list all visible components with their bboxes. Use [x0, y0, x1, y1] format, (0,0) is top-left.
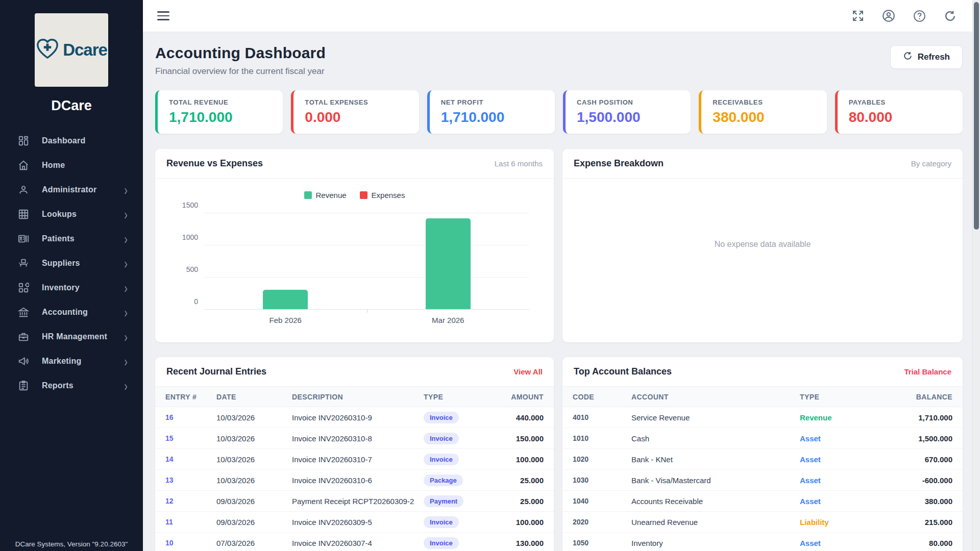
type-badge: Invoice	[424, 537, 459, 549]
kpi-value: 380.000	[713, 109, 815, 126]
sidebar-item-dashboard[interactable]: Dashboard	[0, 129, 143, 153]
sidebar-item-patients[interactable]: Patients ›	[0, 227, 143, 251]
sidebar-item-accounting[interactable]: Accounting ›	[0, 300, 143, 324]
panel-side-label: Last 6 months	[495, 159, 543, 168]
trial-balance-link[interactable]: Trial Balance	[904, 367, 951, 376]
type-badge: Package	[424, 474, 463, 486]
revenue-vs-expenses-panel: Revenue vs Expenses Last 6 months Revenu…	[155, 149, 554, 342]
table-row: 11 09/03/2026 Invoice INV20260309-5 Invo…	[155, 512, 554, 533]
sidebar-item-suppliers[interactable]: Suppliers ›	[0, 251, 143, 276]
inventory-icon	[17, 282, 30, 294]
kpi-total-revenue: TOTAL REVENUE 1,710.000	[155, 90, 283, 134]
app-version: DCare Systems, Version "9.20.2603"	[0, 540, 143, 548]
legend-label: Expenses	[372, 191, 405, 199]
sidebar-item-marketing[interactable]: Marketing ›	[0, 349, 143, 373]
help-icon[interactable]	[913, 9, 926, 22]
sidebar-item-reports[interactable]: Reports ›	[0, 373, 143, 398]
type-badge: Invoice	[424, 433, 459, 444]
table-row: 13 10/03/2026 Invoice INV20260310-6 Pack…	[155, 470, 554, 491]
entry-number-link[interactable]: 16	[165, 413, 216, 421]
entry-number-link[interactable]: 10	[165, 539, 216, 547]
bar-chart: 1500 1000 500 0	[204, 213, 529, 310]
chevron-right-icon: ›	[124, 183, 128, 197]
kpi-value: 1,710.000	[169, 109, 272, 126]
entry-number-link[interactable]: 13	[165, 476, 216, 484]
account-type: Asset	[800, 476, 894, 485]
sidebar-item-label: Inventory	[42, 283, 124, 292]
entry-number-link[interactable]: 14	[165, 455, 216, 463]
sidebar-item-label: Accounting	[42, 308, 124, 317]
refresh-icon[interactable]	[943, 9, 957, 22]
kpi-net-profit: NET PROFIT 1,710.000	[427, 90, 555, 134]
journal-table-header: ENTRY #DATEDESCRIPTIONTYPEAMOUNT	[155, 387, 554, 407]
type-badge: Invoice	[424, 516, 459, 528]
type-badge: Payment	[424, 495, 463, 507]
sidebar-item-label: Suppliers	[42, 259, 124, 268]
kpi-payables: PAYABLES 80.000	[835, 90, 963, 134]
refresh-button[interactable]: Refresh	[890, 45, 963, 69]
type-badge: Invoice	[424, 412, 459, 423]
account-type: Revenue	[800, 413, 894, 422]
revenue-legend-swatch	[304, 191, 312, 199]
administrator-icon	[17, 184, 30, 196]
sidebar-item-administrator[interactable]: Administrator ›	[0, 178, 143, 202]
page-title: Accounting Dashboard	[155, 44, 963, 62]
chart-legend: Revenue Expenses	[155, 191, 554, 199]
table-row: 1030 Bank - Visa/Mastercard Asset -600.0…	[562, 470, 963, 491]
recent-journal-entries-panel: Recent Journal Entries View All ENTRY #D…	[155, 357, 554, 551]
x-axis-tick: Feb 2026	[204, 316, 367, 324]
kpi-row: TOTAL REVENUE 1,710.000 TOTAL EXPENSES 0…	[155, 90, 963, 134]
menu-icon[interactable]	[157, 11, 169, 20]
y-axis-tick: 0	[173, 297, 198, 306]
top-account-balances-panel: Top Account Balances Trial Balance CODEA…	[562, 357, 963, 551]
heart-plus-logo-icon	[36, 38, 59, 62]
y-axis-tick: 1500	[173, 201, 198, 209]
sidebar-item-label: Home	[42, 161, 128, 170]
table-row: 15 10/03/2026 Invoice INV20260310-8 Invo…	[155, 428, 554, 449]
panel-title: Top Account Balances	[574, 366, 672, 377]
expenses-legend-swatch	[360, 191, 368, 199]
chevron-right-icon: ›	[124, 256, 128, 270]
entry-number-link[interactable]: 12	[165, 497, 216, 505]
sidebar-item-inventory[interactable]: Inventory ›	[0, 276, 143, 300]
sidebar: Dcare DCare Dashboard Home Administrator…	[0, 0, 143, 551]
kpi-label: NET PROFIT	[441, 98, 544, 106]
x-axis-tick: Mar 2026	[367, 316, 530, 324]
sidebar-item-label: Reports	[42, 381, 124, 390]
account-type: Asset	[800, 434, 894, 443]
home-icon	[17, 159, 30, 171]
sidebar-item-lookups[interactable]: Lookups ›	[0, 202, 143, 227]
panel-title: Recent Journal Entries	[166, 366, 266, 377]
brand-name: DCare	[0, 98, 143, 114]
sidebar-item-label: Dashboard	[42, 136, 128, 145]
accounting-icon	[17, 306, 30, 318]
entry-number-link[interactable]: 15	[165, 434, 216, 442]
account-type: Asset	[800, 539, 894, 547]
table-row: 16 10/03/2026 Invoice INV20260310-9 Invo…	[155, 407, 554, 428]
kpi-label: TOTAL EXPENSES	[305, 98, 407, 106]
sidebar-item-home[interactable]: Home	[0, 153, 143, 178]
table-row: 12 09/03/2026 Payment Receipt RCPT202603…	[155, 491, 554, 512]
type-badge: Invoice	[424, 454, 459, 465]
dashboard-icon	[17, 135, 30, 147]
view-all-link[interactable]: View All	[513, 367, 543, 376]
table-row: 10 07/03/2026 Invoice INV20260307-4 Invo…	[155, 533, 554, 551]
y-axis-tick: 500	[173, 265, 198, 273]
x-axis-labels: Feb 2026 Mar 2026	[204, 316, 529, 324]
sidebar-item-hr-management[interactable]: HR Management ›	[0, 324, 143, 349]
chevron-right-icon: ›	[124, 354, 128, 368]
page-subtitle: Financial overview for the current fisca…	[155, 66, 963, 77]
user-icon[interactable]	[882, 9, 895, 22]
entry-number-link[interactable]: 11	[165, 518, 216, 526]
main-area: Accounting Dashboard Financial overview …	[143, 0, 980, 551]
kpi-value: 1,710.000	[441, 109, 544, 126]
patients-icon	[17, 233, 30, 245]
fullscreen-icon[interactable]	[851, 9, 865, 22]
table-row: 2020 Unearned Revenue Liability 215.000	[562, 512, 963, 533]
sidebar-nav: Dashboard Home Administrator › Lookups ›…	[0, 129, 143, 398]
vertical-scrollbar[interactable]	[972, 0, 980, 551]
hr-management-icon	[17, 331, 30, 343]
table-row: 1010 Cash Asset 1,500.000	[562, 428, 963, 449]
refresh-icon	[903, 51, 913, 63]
scrollbar-thumb[interactable]	[974, 2, 979, 230]
